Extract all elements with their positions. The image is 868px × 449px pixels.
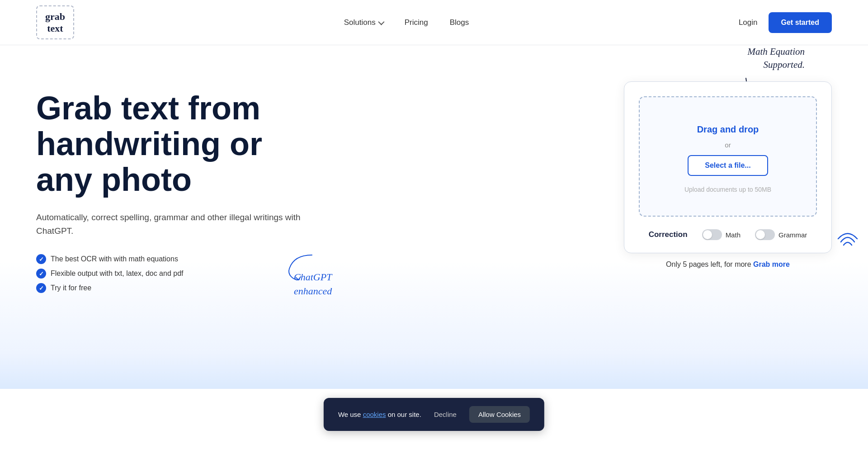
feature-item-2: Flexible output with txt, latex, doc and…: [36, 269, 326, 279]
check-icon-1: [36, 254, 46, 264]
hero-right: Math EquationSupported. Drag and drop or…: [624, 81, 832, 269]
grammar-toggle[interactable]: [755, 229, 775, 240]
hero-title: Grab text from handwriting or any photo: [36, 90, 326, 198]
upload-card: Drag and drop or Select a file... Upload…: [624, 81, 832, 253]
nav-links: Solutions Pricing Blogs: [344, 18, 469, 27]
math-annotation-text: Math EquationSupported.: [723, 45, 805, 72]
math-toggle[interactable]: [702, 229, 722, 240]
nav-solutions[interactable]: Solutions: [344, 18, 383, 27]
hero-section: Grab text from handwriting or any photo …: [0, 45, 868, 353]
logo[interactable]: grab text: [36, 5, 74, 39]
pages-left-text: Only 5 pages left, for more: [666, 260, 753, 268]
check-icon-2: [36, 269, 46, 279]
correction-label: Correction: [649, 230, 688, 239]
feature-item-1: The best OCR with with math equations: [36, 254, 326, 264]
logo-line1: grab: [45, 11, 65, 22]
check-icon-3: [36, 283, 46, 293]
drop-zone[interactable]: Drag and drop or Select a file... Upload…: [639, 96, 817, 217]
get-started-button[interactable]: Get started: [769, 12, 832, 33]
nav-pricing[interactable]: Pricing: [405, 18, 428, 27]
nav-blogs[interactable]: Blogs: [450, 18, 469, 27]
or-text: or: [725, 141, 731, 149]
login-link[interactable]: Login: [739, 18, 758, 27]
feature-text-3: Try it for free: [51, 284, 91, 292]
grab-more-link[interactable]: Grab more: [753, 260, 790, 268]
grammar-toggle-group: Grammar: [755, 229, 807, 240]
math-toggle-group: Math: [702, 229, 741, 240]
hero-left: Grab text from handwriting or any photo …: [36, 81, 326, 293]
chevron-down-icon: [378, 19, 384, 25]
wifi-decoration: [836, 226, 859, 250]
wifi-icon: [836, 226, 859, 249]
navbar: grab text Solutions Pricing Blogs Login …: [0, 0, 868, 45]
feature-text-2: Flexible output with txt, latex, doc and…: [51, 269, 184, 278]
grammar-toggle-label: Grammar: [778, 231, 807, 239]
footer-bg: [0, 353, 868, 389]
drag-drop-text: Drag and drop: [697, 124, 759, 135]
feature-item-3: Try it for free: [36, 283, 326, 293]
nav-actions: Login Get started: [739, 12, 832, 33]
upload-hint: Upload documents up to 50MB: [684, 186, 771, 193]
grab-more-row: Only 5 pages left, for more Grab more: [624, 260, 832, 269]
hero-subtitle: Automatically, correct spelling, grammar…: [36, 211, 326, 238]
select-file-button[interactable]: Select a file...: [688, 155, 768, 176]
math-toggle-label: Math: [726, 231, 741, 239]
feature-list: The best OCR with with math equations Fl…: [36, 254, 326, 293]
feature-text-1: The best OCR with with math equations: [51, 255, 178, 263]
correction-row: Correction Math Grammar: [639, 227, 817, 240]
logo-line2: text: [45, 23, 65, 34]
